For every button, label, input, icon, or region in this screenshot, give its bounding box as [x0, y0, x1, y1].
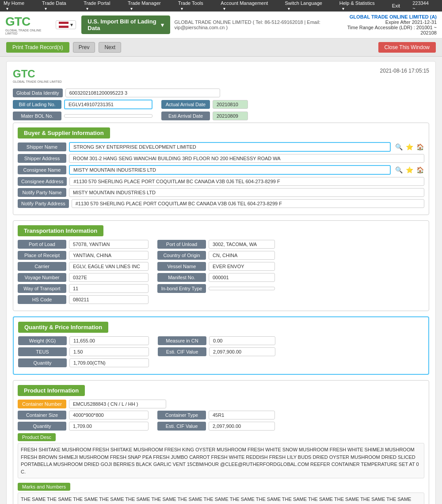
- place-of-receipt-value: YANTIAN, CHINA: [69, 251, 149, 260]
- nav-tradeportal[interactable]: Trade Portal ▾: [84, 0, 122, 11]
- product-desc-header: Product Desc: [18, 433, 56, 441]
- transportation-header: Transportation Information: [18, 225, 103, 236]
- main-content: GTC GLOBAL TRADE ONLINE LIMITED 2021-08-…: [0, 57, 442, 504]
- country-of-origin-label: Country of Origin: [157, 251, 206, 260]
- port-of-unload-label: Port of Unload: [157, 240, 206, 249]
- consignee-address-value: #1130 570 SHERLING PLACE PORT COQUITLAM …: [69, 177, 424, 186]
- gtc-logo-text: GTC: [5, 15, 50, 29]
- card-logo-sub: GLOBAL TRADE ONLINE LIMITED: [13, 80, 62, 83]
- shipper-address-label: Shipper Address: [18, 154, 66, 163]
- port-of-load-label: Port of Load: [18, 240, 66, 249]
- shipper-name-label: Shipper Name: [18, 142, 66, 151]
- voyage-number-label: Voyage Number: [18, 273, 66, 282]
- product-info-section: Product Information Container Number EMC…: [13, 380, 429, 504]
- us-flag-icon: [59, 22, 69, 28]
- way-of-transport-value: 11: [69, 284, 149, 293]
- container-number-value: EMCU5288843 ( CN / L / HH ): [69, 400, 166, 408]
- flag-selector[interactable]: ▾: [56, 20, 76, 29]
- bol-row: Bill of Lading No. EGLV149107231351 Actu…: [13, 100, 429, 109]
- print-button-top[interactable]: Print Trade Record(s): [6, 42, 69, 53]
- account-info: GLOBAL TRADE ONLINE LIMITED (A) Expire A…: [346, 14, 437, 35]
- card-logo: GTC GLOBAL TRADE ONLINE LIMITED: [13, 68, 62, 83]
- port-of-load-value: 57078, YANTIAN: [69, 240, 149, 249]
- place-receipt-country-row: Place of Receipt YANTIAN, CHINA Country …: [18, 251, 424, 260]
- qty-value: 1,709.00(CTN): [69, 358, 149, 367]
- measure-cn-label: Measure in CN: [158, 336, 206, 345]
- close-button-top[interactable]: Close This Window: [378, 42, 436, 53]
- product-qty-label: Quantity: [18, 422, 66, 431]
- nav-tradedata[interactable]: Trade Data ▾: [42, 0, 77, 11]
- notify-party-address-label: Notify Party Address: [18, 199, 69, 208]
- nav-helpstatistics[interactable]: Help & Statistics ▾: [339, 0, 386, 11]
- nav-switchlanguage[interactable]: Switch Language ▾: [285, 0, 333, 11]
- transportation-section: Transportation Information Port of Load …: [13, 220, 429, 311]
- product-qty-value: 1,709.00: [69, 422, 149, 431]
- prev-button-top[interactable]: Prev: [73, 42, 95, 53]
- top-navigation: My Home ▾ Trade Data ▾ Trade Portal ▾ Tr…: [0, 0, 442, 12]
- product-qty-cif-row: Quantity 1,709.00 Esti. CIF Value 2,097,…: [18, 422, 424, 431]
- star-icon[interactable]: ⭐: [405, 142, 414, 151]
- vessel-name-label: Vessel Name: [157, 262, 206, 271]
- shipper-name-value: STRONG SKY ENTERPRISE DEVELOPMENT LIMITE…: [69, 142, 391, 152]
- consignee-name-value: MISTY MOUNTAIN INDUSTRIES LTD: [69, 165, 391, 175]
- mater-bol-label: Mater BOL No.: [13, 112, 61, 120]
- port-of-unload-value: 3002, TACOMA, WA: [209, 240, 275, 249]
- contact-info-text: GLOBAL TRADE ONLINE LIMITED ( Tel: 86-51…: [175, 19, 320, 30]
- consignee-name-row: Consignee Name MISTY MOUNTAIN INDUSTRIES…: [18, 165, 424, 175]
- vessel-name-value: EVER ENVOY: [209, 262, 275, 271]
- nav-tradetools[interactable]: Trade Tools ▾: [178, 0, 214, 11]
- expire-after: Expire After 2021-12-31: [346, 19, 437, 25]
- weight-label: Weight (KG): [18, 336, 67, 345]
- inbond-entry-value: [209, 287, 275, 290]
- bol-value: EGLV149107231351: [64, 100, 152, 109]
- next-button-top[interactable]: Next: [99, 42, 121, 53]
- mater-bol-value: [64, 114, 152, 118]
- country-of-origin-value: CN, CHINA: [209, 251, 275, 260]
- home-icon[interactable]: 🏠: [415, 142, 424, 151]
- quantity-price-header: Quantity & Price Information: [18, 322, 108, 333]
- bill-selector[interactable]: U.S. Import Bill of Lading Data ▾: [81, 15, 170, 34]
- esti-cif-value: 2,097,900.00: [209, 347, 275, 356]
- product-info-header: Product Information: [18, 385, 85, 396]
- nav-accountmanagement[interactable]: Account Management ▾: [221, 0, 278, 11]
- card-header: GTC GLOBAL TRADE ONLINE LIMITED 2021-08-…: [13, 68, 429, 83]
- nav-trademanager[interactable]: Trade Manager ▾: [128, 0, 172, 11]
- flag-arrow: ▾: [70, 22, 73, 28]
- nav-myhome[interactable]: My Home ▾: [4, 0, 36, 11]
- consignee-search-icon[interactable]: 🔍: [394, 165, 403, 174]
- marks-text: THE SAME THE SAME THE SAME THE SAME THE …: [18, 492, 424, 504]
- container-size-type-row: Container Size 4000*900*800 Container Ty…: [18, 411, 424, 419]
- shipper-address-row: Shipper Address ROOM 301-2 HANG SENG WAN…: [18, 154, 424, 163]
- notify-party-address-value: #1130 570 SHERLING PLACE PORT COQUITLAM …: [72, 199, 424, 208]
- notify-party-address-row: Notify Party Address #1130 570 SHERLING …: [18, 199, 424, 208]
- bill-selector-label: U.S. Import Bill of Lading Data: [88, 18, 157, 31]
- port-load-unload-row: Port of Load 57078, YANTIAN Port of Unlo…: [18, 240, 424, 249]
- marks-numbers-container: Marks and Numbers THE SAME THE SAME THE …: [18, 480, 424, 504]
- consignee-home-icon[interactable]: 🏠: [415, 165, 424, 174]
- header: GTC GLOBAL TRADE ONLINE LIMITED ▾ U.S. I…: [0, 12, 442, 38]
- container-type-label: Container Type: [157, 411, 206, 419]
- measure-cn-value: 0.00: [209, 336, 275, 345]
- qty-label: Quantity: [18, 358, 67, 367]
- notify-party-name-row: Notify Party Name MISTY MOUNTAIN INDUSTR…: [18, 188, 424, 197]
- product-cif-value: 2,097,900.00: [209, 422, 275, 431]
- consignee-star-icon[interactable]: ⭐: [405, 165, 414, 174]
- teus-value: 1.50: [69, 347, 149, 356]
- bol-label: Bill of Lading No.: [13, 100, 61, 109]
- weight-measure-row: Weight (KG) 11,655.00 Measure in CN 0.00: [18, 336, 424, 345]
- esti-arrival-value: 20210809: [213, 112, 248, 120]
- voyage-number-value: 0327E: [69, 273, 149, 282]
- search-icon[interactable]: 🔍: [394, 142, 403, 151]
- nav-exit[interactable]: Exit: [392, 3, 400, 8]
- carrier-value: EGLV, EAGLE VAN LINES INC: [69, 262, 149, 271]
- esti-cif-label: Esti. CIF Value: [158, 347, 206, 356]
- quantity-price-section: Quantity & Price Information Weight (KG)…: [13, 316, 429, 375]
- container-type-value: 45R1: [209, 411, 275, 419]
- shipper-name-row: Shipper Name STRONG SKY ENTERPRISE DEVEL…: [18, 142, 424, 152]
- product-desc-container: Product Desc FRESH SHIITAKE MUSHROOM FRE…: [18, 433, 424, 478]
- mater-bol-row: Mater BOL No. Esti Arrival Date 20210809: [13, 112, 429, 120]
- hs-code-row: HS Code 080211: [18, 295, 424, 304]
- consignee-actions: 🔍 ⭐ 🏠: [394, 165, 424, 174]
- consignee-name-label: Consignee Name: [18, 165, 66, 174]
- time-range: Time Range Accessible (LDR) : 201001 ~ 2…: [346, 25, 437, 35]
